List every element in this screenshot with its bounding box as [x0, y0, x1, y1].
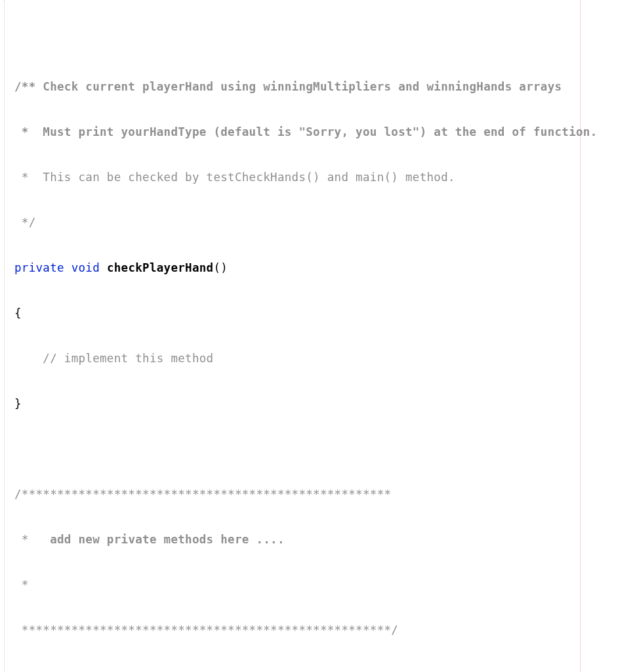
comment-text: ****************************************… — [14, 623, 398, 637]
code-line: // implement this method — [14, 351, 635, 366]
comment-text: */ — [14, 216, 36, 229]
right-margin-guide — [580, 0, 581, 672]
code-line: private void checkPlayerHand() — [14, 261, 635, 276]
comment-text: * — [14, 578, 29, 591]
code-line: /***************************************… — [14, 487, 635, 502]
code-line — [14, 442, 635, 457]
brace: { — [14, 306, 22, 320]
code-line: /** Check current playerHand using winni… — [14, 79, 635, 94]
code-editor[interactable]: /** Check current playerHand using winni… — [0, 0, 635, 672]
code-line: } — [14, 396, 635, 411]
comment-text: add new private methods here .... — [50, 533, 285, 546]
code-line: * — [14, 578, 635, 593]
comment-text: // implement this method — [43, 352, 213, 365]
comment-text: * — [14, 533, 50, 546]
comment-text: /***************************************… — [14, 488, 391, 501]
code-line: * Must print yourHandType (default is "S… — [14, 125, 635, 140]
comment-text: /** Check current playerHand using winni… — [14, 80, 562, 93]
code-line: */ — [14, 215, 635, 230]
keyword: void — [72, 261, 100, 274]
code-line — [14, 668, 635, 672]
comment-text: * Must print yourHandType (default is "S… — [14, 125, 598, 138]
parens: () — [213, 261, 228, 274]
fold-gutter — [3, 0, 10, 672]
code-line: * This can be checked by testCheckHands(… — [14, 170, 635, 185]
keyword: private — [14, 261, 64, 274]
code-line: { — [14, 306, 635, 321]
code-line: * add new private methods here .... — [14, 532, 635, 547]
comment-text: * This can be checked by testCheckHands(… — [14, 171, 455, 184]
brace: } — [14, 397, 22, 410]
code-line: ****************************************… — [14, 623, 635, 638]
method-name: checkPlayerHand — [107, 261, 214, 274]
